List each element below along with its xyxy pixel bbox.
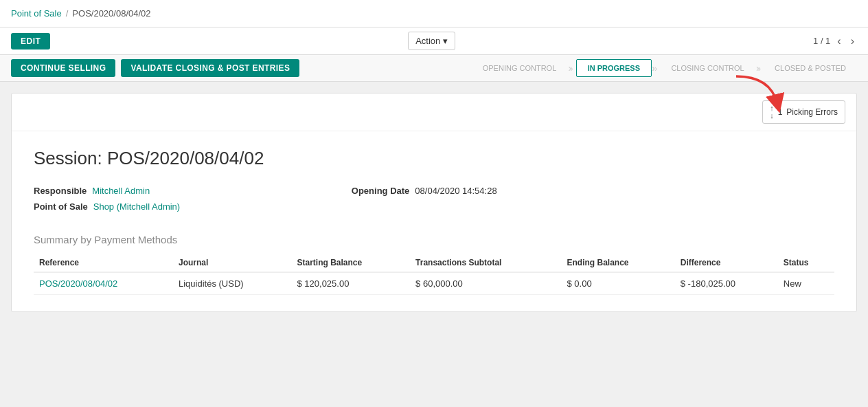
cell-starting-balance: $ 120,025.00 bbox=[292, 272, 411, 295]
session-title: Session: POS/2020/08/04/02 bbox=[34, 148, 834, 169]
opening-date-value: 08/04/2020 14:54:28 bbox=[415, 186, 496, 196]
pager: 1 / 1 ‹ › bbox=[813, 34, 857, 48]
col-transactions-subtotal: Transactions Subtotal bbox=[410, 254, 561, 272]
col-status: Status bbox=[778, 254, 834, 272]
responsible-value[interactable]: Mitchell Admin bbox=[92, 186, 150, 196]
col-reference: Reference bbox=[34, 254, 173, 272]
toolbar: EDIT Action ▾ 1 / 1 ‹ › bbox=[0, 28, 868, 55]
responsible-label: Responsible bbox=[34, 186, 87, 196]
breadcrumb-current: POS/2020/08/04/02 bbox=[72, 8, 150, 19]
card-body: Session: POS/2020/08/04/02 Responsible M… bbox=[12, 131, 856, 311]
col-starting-balance: Starting Balance bbox=[292, 254, 411, 272]
pos-field: Point of Sale Shop (Mitchell Admin) bbox=[34, 201, 180, 212]
cell-reference[interactable]: POS/2020/08/04/02 bbox=[34, 272, 173, 295]
col-journal: Journal bbox=[173, 254, 292, 272]
breadcrumb-separator: / bbox=[66, 8, 69, 19]
responsible-field: Responsible Mitchell Admin bbox=[34, 186, 150, 196]
status-step-closed: CLOSED & POSTED bbox=[764, 60, 857, 76]
picking-errors-count: 1 bbox=[778, 107, 783, 117]
cell-transactions-subtotal: $ 60,000.00 bbox=[410, 272, 561, 295]
continue-selling-button[interactable]: CONTINUE SELLING bbox=[11, 59, 115, 77]
breadcrumb-bar: Point of Sale / POS/2020/08/04/02 bbox=[0, 0, 868, 28]
cell-status: New bbox=[778, 272, 834, 295]
main-content: ↑ ↓ 1 Picking Errors S bbox=[0, 82, 868, 323]
action-label: Action bbox=[415, 36, 440, 46]
status-step-inprogress: IN PROGRESS bbox=[576, 59, 652, 77]
col-ending-balance: Ending Balance bbox=[561, 254, 674, 272]
table-row: POS/2020/08/04/02 Liquidités (USD) $ 120… bbox=[34, 272, 834, 295]
opening-date-field: Opening Date 08/04/2020 14:54:28 bbox=[352, 186, 497, 196]
pager-next-button[interactable]: › bbox=[848, 34, 857, 48]
field-row-1: Responsible Mitchell Admin Opening Date … bbox=[34, 186, 834, 196]
pos-value[interactable]: Shop (Mitchell Admin) bbox=[93, 201, 180, 212]
breadcrumb-parent[interactable]: Point of Sale bbox=[11, 8, 62, 19]
session-card: ↑ ↓ 1 Picking Errors S bbox=[11, 93, 857, 312]
cell-journal: Liquidités (USD) bbox=[173, 272, 292, 295]
action-dropdown-icon: ▾ bbox=[443, 36, 448, 46]
opening-date-label: Opening Date bbox=[352, 186, 410, 196]
pager-prev-button[interactable]: ‹ bbox=[834, 34, 843, 48]
action-button[interactable]: Action ▾ bbox=[408, 32, 455, 50]
picking-errors-button[interactable]: ↑ ↓ 1 Picking Errors bbox=[762, 100, 845, 124]
pos-label: Point of Sale bbox=[34, 201, 88, 212]
summary-title: Summary by Payment Methods bbox=[34, 234, 834, 245]
col-difference: Difference bbox=[675, 254, 778, 272]
sort-updown-icon: ↑ ↓ bbox=[770, 104, 774, 120]
status-step-closing: CLOSING CONTROL bbox=[660, 60, 755, 76]
field-row-2: Point of Sale Shop (Mitchell Admin) bbox=[34, 201, 834, 212]
cell-difference: $ -180,025.00 bbox=[675, 272, 778, 295]
status-bar: OPENING CONTROL › IN PROGRESS › CLOSING … bbox=[472, 59, 857, 77]
picking-errors-label: Picking Errors bbox=[786, 107, 838, 117]
cell-ending-balance: $ 0.00 bbox=[561, 272, 674, 295]
validate-closing-button[interactable]: VALIDATE CLOSING & POST ENTRIES bbox=[121, 59, 299, 77]
action-bar: CONTINUE SELLING VALIDATE CLOSING & POST… bbox=[0, 55, 868, 82]
breadcrumb: Point of Sale / POS/2020/08/04/02 bbox=[11, 8, 151, 19]
picking-errors-banner: ↑ ↓ 1 Picking Errors bbox=[12, 94, 856, 131]
edit-button[interactable]: EDIT bbox=[11, 33, 50, 50]
status-step-opening: OPENING CONTROL bbox=[472, 60, 568, 76]
summary-table: Reference Journal Starting Balance Trans… bbox=[34, 254, 834, 295]
pager-count: 1 / 1 bbox=[813, 36, 830, 46]
